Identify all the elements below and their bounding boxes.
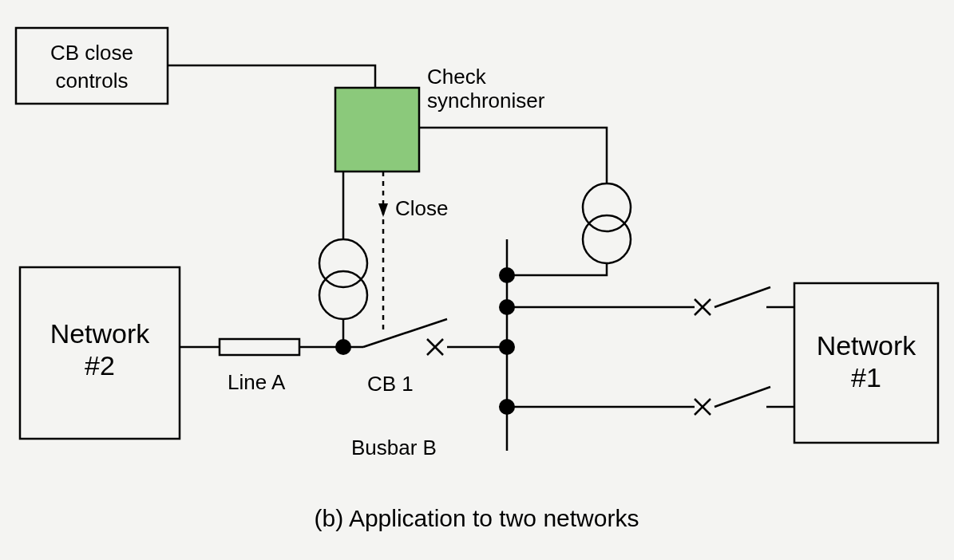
check-sync-label-2: synchroniser bbox=[427, 89, 545, 112]
network-1-label-2: #1 bbox=[851, 362, 881, 392]
close-label: Close bbox=[395, 196, 448, 220]
busbar-b-label: Busbar B bbox=[351, 436, 437, 459]
wire-controls-to-sync bbox=[168, 65, 375, 88]
breaker-bot bbox=[695, 387, 770, 415]
cb-close-controls-label-1: CB close bbox=[50, 41, 133, 65]
breaker-top bbox=[695, 287, 770, 315]
cb1-breaker bbox=[363, 319, 507, 355]
vt-line bbox=[319, 239, 367, 319]
close-arrowhead bbox=[378, 203, 388, 217]
check-synchroniser-box bbox=[335, 88, 419, 172]
check-sync-label-1: Check bbox=[427, 65, 487, 89]
vt-bus bbox=[583, 183, 631, 263]
figure-caption: (b) Application to two networks bbox=[315, 505, 639, 531]
network-2-label-1: Network bbox=[50, 318, 151, 349]
line-a-label: Line A bbox=[228, 370, 286, 394]
line-a-symbol bbox=[220, 339, 299, 355]
cb1-label: CB 1 bbox=[367, 372, 414, 396]
wire-vt-bus-to-bus bbox=[507, 263, 607, 275]
svg-point-3 bbox=[583, 215, 631, 263]
svg-point-2 bbox=[583, 183, 631, 231]
cb-close-controls-label-2: controls bbox=[55, 69, 128, 93]
network-2-label-2: #2 bbox=[85, 350, 115, 381]
synchroniser-diagram: CB close controls Check synchroniser Clo… bbox=[0, 0, 954, 560]
network-1-label-1: Network bbox=[817, 330, 917, 361]
svg-point-1 bbox=[319, 271, 367, 319]
svg-point-0 bbox=[319, 239, 367, 287]
wire-sync-to-vt-bus bbox=[419, 128, 607, 183]
